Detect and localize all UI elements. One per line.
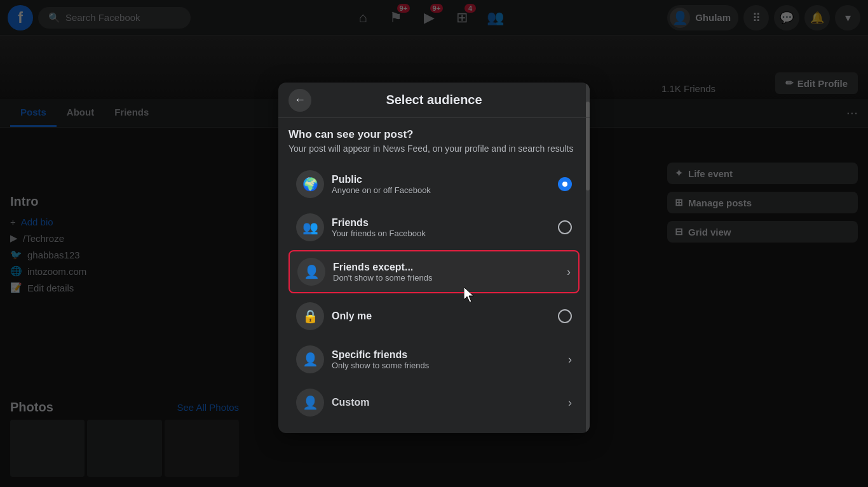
custom-option-text: Custom xyxy=(332,397,560,408)
custom-chevron-icon: › xyxy=(568,396,572,410)
friends-option-text: Friends Your friends on Facebook xyxy=(332,217,550,238)
custom-icon: 👤 xyxy=(296,389,324,417)
friends-option[interactable]: 👥 Friends Your friends on Facebook xyxy=(288,207,580,248)
scrollbar-track[interactable] xyxy=(586,83,590,433)
friends-except-option-text: Friends except... Don't show to some fri… xyxy=(333,262,559,283)
public-icon: 🌍 xyxy=(296,170,324,198)
friends-option-subtitle: Your friends on Facebook xyxy=(332,229,550,238)
specific-friends-option-subtitle: Only show to some friends xyxy=(332,361,560,370)
friends-except-icon: 👤 xyxy=(297,258,325,286)
specific-friends-option[interactable]: 👤 Specific friends Only show to some fri… xyxy=(288,339,580,380)
friends-except-chevron-icon: › xyxy=(567,265,571,279)
friends-except-option[interactable]: 👤 Friends except... Don't show to some f… xyxy=(288,250,580,293)
friends-icon: 👥 xyxy=(296,213,324,241)
public-option[interactable]: 🌍 Public Anyone on or off Facebook xyxy=(288,164,580,204)
public-option-subtitle: Anyone on or off Facebook xyxy=(332,185,550,195)
public-option-title: Public xyxy=(332,174,550,185)
modal-subtitle: Your post will appear in News Feed, on y… xyxy=(288,143,580,154)
modal-title: Select audience xyxy=(386,93,482,107)
custom-option[interactable]: 👤 Custom › xyxy=(288,382,580,423)
specific-friends-chevron-icon: › xyxy=(568,353,572,366)
modal-question: Who can see your post? xyxy=(288,128,580,141)
friends-except-option-title: Friends except... xyxy=(333,262,559,273)
modal-header: ← Select audience xyxy=(278,83,590,118)
specific-friends-option-title: Specific friends xyxy=(332,349,560,361)
only-me-option[interactable]: 🔒 Only me xyxy=(288,296,580,337)
friends-except-option-subtitle: Don't show to some friends xyxy=(333,273,559,283)
only-me-option-title: Only me xyxy=(332,310,550,322)
only-me-icon: 🔒 xyxy=(296,302,324,330)
only-me-option-text: Only me xyxy=(332,310,550,322)
modal-overlay: ← Select audience Who can see your post?… xyxy=(0,0,868,487)
specific-friends-icon: 👤 xyxy=(296,345,324,373)
only-me-radio[interactable] xyxy=(558,309,572,323)
back-arrow-icon: ← xyxy=(294,93,306,107)
back-button[interactable]: ← xyxy=(288,89,311,112)
friends-option-title: Friends xyxy=(332,217,550,229)
friends-radio[interactable] xyxy=(558,220,572,234)
specific-friends-option-text: Specific friends Only show to some frien… xyxy=(332,349,560,370)
public-option-text: Public Anyone on or off Facebook xyxy=(332,174,550,195)
modal-body: Who can see your post? Your post will ap… xyxy=(278,118,590,433)
public-radio[interactable] xyxy=(558,177,572,191)
select-audience-modal: ← Select audience Who can see your post?… xyxy=(278,83,590,433)
custom-option-title: Custom xyxy=(332,397,560,408)
